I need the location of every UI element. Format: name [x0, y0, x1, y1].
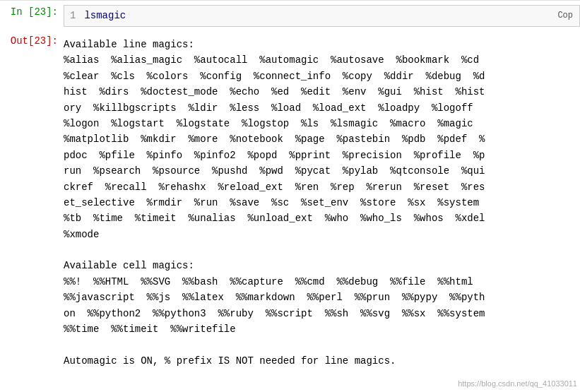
output-content: Available line magics: %alias %alias_mag… — [64, 34, 580, 372]
watermark: https://blog.csdn.net/qq_41033011 — [458, 379, 577, 388]
input-label: In [23]: — [0, 5, 64, 20]
input-area[interactable]: 1 lsmagic — [64, 5, 580, 27]
line-number: 1 — [70, 8, 76, 23]
output-cell: Out[23]: Available line magics: %alias %… — [0, 31, 580, 374]
copy-button[interactable]: Cop — [557, 11, 573, 20]
input-wrapper: 1 lsmagic Cop — [64, 5, 580, 27]
notebook-container: In [23]: 1 lsmagic Cop Out[23]: Availabl… — [0, 0, 580, 392]
code-content: lsmagic — [84, 8, 126, 23]
input-cell: In [23]: 1 lsmagic Cop — [0, 0, 580, 31]
output-label: Out[23]: — [0, 34, 64, 49]
